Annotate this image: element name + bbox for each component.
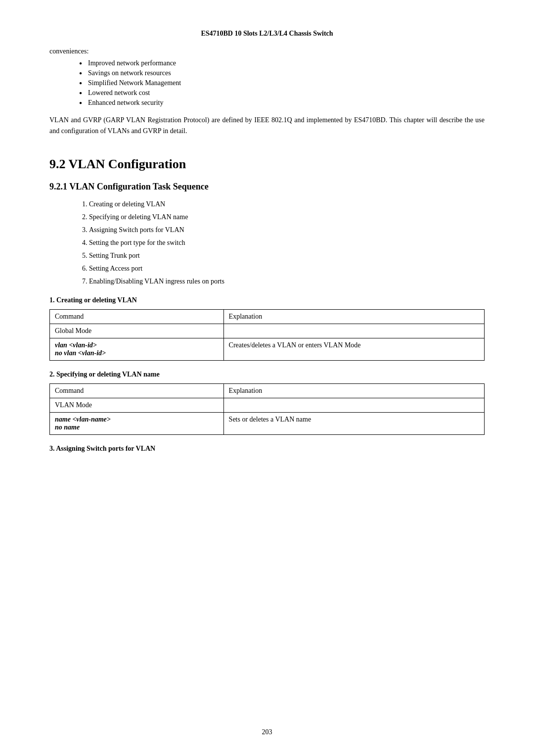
table-cell-command-header: Command [50, 309, 224, 324]
list-item: Creating or deleting VLAN [89, 199, 485, 209]
command-text: no name [55, 424, 219, 431]
list-item: Lowered network cost [79, 89, 485, 97]
command-text: no vlan <vlan-id> [55, 349, 219, 357]
table-row: Command Explanation [50, 383, 485, 398]
table2-subheading: 2. Specifying or deleting VLAN name [49, 371, 485, 378]
page-number: 203 [262, 728, 272, 736]
table-row: VLAN Mode [50, 398, 485, 412]
page-header: ES4710BD 10 Slots L2/L3/L4 Chassis Switc… [49, 30, 485, 38]
table-cell-commands: vlan <vlan-id> no vlan <vlan-id> [50, 338, 224, 360]
list-item: Assigning Switch ports for VLAN [89, 225, 485, 235]
list-item: Savings on network resources [79, 69, 485, 77]
table-row: Command Explanation [50, 309, 485, 324]
header-title: ES4710BD 10 Slots L2/L3/L4 Chassis Switc… [201, 30, 333, 37]
table-cell-mode: VLAN Mode [50, 398, 224, 412]
task-sequence-list: Creating or deleting VLAN Specifying or … [89, 199, 485, 286]
table-vlan-name: Command Explanation VLAN Mode name <vlan… [49, 383, 485, 435]
page-footer: 203 [49, 728, 485, 736]
table-cell-command-header: Command [50, 383, 224, 398]
table-cell-explanation-header: Explanation [223, 309, 484, 324]
table-cell-commands: name <vlan-name> no name [50, 412, 224, 434]
bullet-list: Improved network performance Savings on … [79, 59, 485, 107]
table-cell-explanation: Sets or deletes a VLAN name [223, 412, 484, 434]
table-row: vlan <vlan-id> no vlan <vlan-id> Creates… [50, 338, 485, 360]
list-item: Specifying or deleting VLAN name [89, 212, 485, 222]
conveniences-label: conveniences: [49, 47, 485, 55]
page: ES4710BD 10 Slots L2/L3/L4 Chassis Switc… [0, 0, 534, 756]
list-item: Improved network performance [79, 59, 485, 67]
list-item: Setting Trunk port [89, 250, 485, 261]
table-cell-explanation-header: Explanation [223, 383, 484, 398]
subsection-9-2-1-heading: 9.2.1 VLAN Configuration Task Sequence [49, 182, 485, 192]
list-item: Enabling/Disabling VLAN ingress rules on… [89, 276, 485, 286]
table-cell-empty [223, 398, 484, 412]
list-item: Enhanced network security [79, 99, 485, 107]
table-cell-empty [223, 324, 484, 338]
command-text: vlan <vlan-id> [55, 341, 219, 349]
table-row: name <vlan-name> no name Sets or deletes… [50, 412, 485, 434]
table-creating-vlan: Command Explanation Global Mode vlan <vl… [49, 309, 485, 361]
table-cell-explanation: Creates/deletes a VLAN or enters VLAN Mo… [223, 338, 484, 360]
list-item: Setting the port type for the switch [89, 237, 485, 248]
section-9-2-heading: 9.2 VLAN Configuration [49, 157, 485, 172]
table3-subheading: 3. Assigning Switch ports for VLAN [49, 445, 485, 453]
table-row: Global Mode [50, 324, 485, 338]
command-text: name <vlan-name> [55, 416, 219, 424]
list-item: Setting Access port [89, 263, 485, 274]
table1-subheading: 1. Creating or deleting VLAN [49, 296, 485, 304]
intro-body-text: VLAN and GVRP (GARP VLAN Registration Pr… [49, 115, 485, 137]
list-item: Simplified Network Management [79, 79, 485, 87]
table-cell-mode: Global Mode [50, 324, 224, 338]
